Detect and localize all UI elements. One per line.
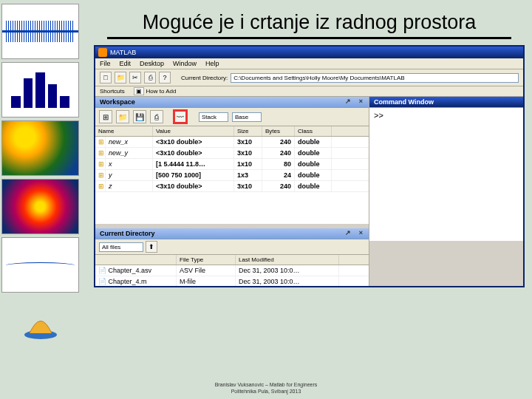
shortcuts-bar: Shortcuts ▣ How to Add (95, 86, 523, 97)
curdir-input[interactable]: C:\Documents and Settings\Holly Moore\My… (231, 73, 519, 83)
thumb-signal-plot (1, 4, 79, 59)
stack-combo[interactable]: Stack (199, 112, 228, 122)
menu-help[interactable]: Help (205, 60, 219, 67)
workspace-row[interactable]: ⊞new_x<3x10 double>3x10240double (95, 137, 369, 148)
slide-thumbnails (0, 0, 85, 399)
workspace-row[interactable]: ⊞z<3x10 double>3x10240double (95, 181, 369, 192)
base-combo[interactable]: Base (232, 112, 262, 122)
curdir-table: File Type Last Modified 📄 Chapter_4.asvA… (95, 255, 369, 286)
menu-window[interactable]: Window (173, 60, 197, 67)
curdir-table-header[interactable]: File Type Last Modified (95, 255, 369, 265)
ws-new-var-button[interactable]: ⊞ (99, 110, 112, 123)
window-title: MATLAB (110, 49, 136, 56)
menu-desktop[interactable]: Desktop (140, 60, 164, 67)
file-row[interactable]: 📄 Chapter_4.mM-fileDec 31, 2003 10:0… (95, 276, 369, 286)
curdir-header[interactable]: Current Directory ↗ × (95, 228, 369, 239)
title-underline (107, 37, 511, 39)
menu-edit[interactable]: Edit (120, 60, 132, 67)
workspace-header[interactable]: Workspace ↗ × (95, 97, 369, 108)
thumb-matlab-logo (1, 296, 79, 351)
workspace-table-header[interactable]: Name Value Size Bytes Class (95, 126, 369, 137)
thumb-sinc-plot (1, 237, 79, 293)
command-prompt: >> (374, 111, 383, 120)
shortcuts-label: Shortcuts (100, 88, 125, 95)
ws-print-button[interactable]: ⎙ (150, 110, 163, 123)
thumb-bar-chart (1, 62, 79, 117)
thumb-3d-surface (1, 120, 79, 176)
cut-button[interactable]: ✂ (129, 72, 141, 83)
workspace-table: Name Value Size Bytes Class ⊞new_x<3x10 … (95, 126, 369, 224)
menu-file[interactable]: File (100, 60, 111, 67)
panel-controls[interactable]: ↗ × (345, 229, 366, 236)
matlab-window: MATLAB File Edit Desktop Window Help □ 📁… (94, 45, 525, 287)
file-row[interactable]: 📄 Chapter_4.asvASV FileDec 31, 2003 10:0… (95, 265, 369, 276)
print-button[interactable]: ⎙ (144, 72, 156, 83)
workspace-row[interactable]: ⊞new_y<3x10 double>3x10240double (95, 148, 369, 159)
menubar: File Edit Desktop Window Help (95, 58, 523, 69)
file-filter[interactable]: All files (99, 242, 143, 252)
workspace-toolbar: ⊞ 📁 💾 ⎙ 〰 Stack Base (95, 108, 369, 126)
command-window-header[interactable]: Command Window (369, 97, 523, 108)
slide-title: Moguće je i crtanje iz radnog prostora (107, 11, 511, 34)
panel-controls[interactable]: ↗ × (345, 98, 366, 105)
ws-plot-button[interactable]: 〰 (174, 110, 187, 123)
curdir-toolbar: All files ⬆ (95, 239, 369, 255)
command-window[interactable]: >> (369, 108, 523, 241)
main-toolbar: □ 📁 ✂ ⎙ ? Current Directory: C:\Document… (95, 69, 523, 86)
workspace-row[interactable]: ⊞y[500 750 1000]1x324double (95, 170, 369, 181)
matlab-icon (98, 48, 107, 57)
ws-open-button[interactable]: 📁 (116, 110, 129, 123)
curdir-label: Current Directory: (181, 75, 228, 81)
ws-save-button[interactable]: 💾 (133, 110, 146, 123)
thumb-fractal (1, 179, 79, 234)
new-button[interactable]: □ (100, 72, 112, 83)
slide-footer: Branislav Vuksanovic – Matlab for Engine… (0, 382, 532, 395)
help-button[interactable]: ? (159, 72, 171, 83)
window-titlebar[interactable]: MATLAB (95, 47, 523, 58)
shortcuts-howto[interactable]: How to Add (146, 88, 177, 95)
workspace-row[interactable]: ⊞x[1 5.4444 11.8…1x1080double (95, 159, 369, 170)
open-button[interactable]: 📁 (115, 72, 126, 83)
up-folder-button[interactable]: ⬆ (146, 241, 157, 253)
